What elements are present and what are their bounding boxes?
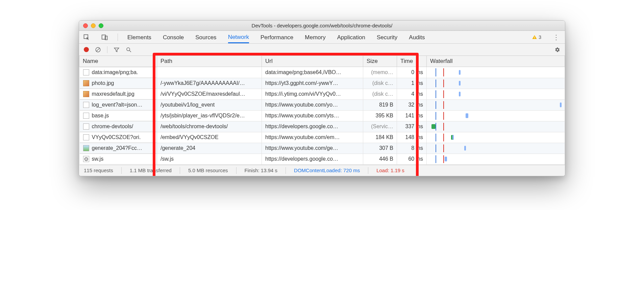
clear-icon[interactable] — [95, 47, 101, 53]
request-size: 819 B — [363, 99, 397, 110]
request-path: /-ywwYkaJ6E7g/AAAAAAAAAAI/… — [157, 78, 262, 89]
status-resources: 5.0 MB resources — [188, 167, 228, 173]
network-row[interactable]: photo.jpg/-ywwYkaJ6E7g/AAAAAAAAAAI/…http… — [79, 78, 565, 89]
svg-rect-4 — [535, 38, 535, 38]
separator — [107, 46, 107, 53]
network-row[interactable]: chrome-devtools//web/tools/chrome-devtoo… — [79, 121, 565, 132]
tab-sources[interactable]: Sources — [195, 31, 216, 43]
panel-tabs: Elements Console Sources Network Perform… — [79, 31, 565, 44]
request-time: 60 ms — [397, 154, 427, 164]
tab-audits[interactable]: Audits — [409, 31, 425, 43]
request-size: 395 KB — [363, 110, 397, 121]
request-time: 32 ms — [397, 99, 427, 110]
col-time[interactable]: Time — [397, 56, 427, 67]
request-path: /generate_204 — [157, 143, 262, 154]
traffic-lights — [83, 23, 103, 28]
request-size: (Servic… — [363, 121, 397, 132]
col-url[interactable]: Url — [262, 56, 363, 67]
tab-performance[interactable]: Performance — [261, 31, 293, 43]
svg-rect-3 — [535, 37, 535, 38]
status-domcontentloaded: DOMContentLoaded: 720 ms — [294, 167, 360, 173]
request-time: 4 ms — [397, 89, 427, 99]
status-transferred: 1.1 MB transferred — [130, 167, 172, 173]
gear-icon: ⚙ — [83, 156, 89, 162]
network-row[interactable]: base.js/yts/jsbin/player_ias-vflVQDSr2/e… — [79, 110, 565, 121]
search-icon[interactable] — [126, 47, 132, 53]
col-path[interactable]: Path — [157, 56, 262, 67]
request-time: 0 ms — [397, 67, 427, 78]
issues-count: 3 — [539, 35, 541, 40]
network-row[interactable]: ⚙sw.js/sw.jshttps://developers.google.co… — [79, 154, 565, 164]
request-time: 1 ms — [397, 78, 427, 89]
network-row[interactable]: maxresdefault.jpg/vi/VYyQv0CSZOE/maxresd… — [79, 89, 565, 99]
network-row[interactable]: generate_204?Fcc…/generate_204https://ww… — [79, 143, 565, 154]
request-url: https://www.youtube.com/em… — [262, 132, 363, 143]
request-size: 184 KB — [363, 132, 397, 143]
issues-badge[interactable]: 3 — [532, 35, 541, 40]
request-time: 148 ms — [397, 132, 427, 143]
tab-elements[interactable]: Elements — [127, 31, 151, 43]
request-waterfall — [427, 67, 565, 78]
request-path: /embed/VYyQv0CSZOE — [157, 132, 262, 143]
zoom-icon[interactable] — [99, 23, 103, 28]
record-button[interactable] — [84, 47, 89, 52]
minimize-icon[interactable] — [91, 23, 96, 28]
img-icon — [83, 80, 89, 86]
request-name: VYyQv0CSZOE?ori. — [92, 134, 141, 140]
tab-application[interactable]: Application — [337, 31, 365, 43]
request-time: 337 ms — [397, 121, 427, 132]
request-size: (memo… — [363, 67, 397, 78]
request-path: /youtubei/v1/log_event — [157, 99, 262, 110]
request-name: base.js — [92, 113, 109, 119]
filter-icon[interactable] — [114, 47, 120, 53]
settings-gear-icon[interactable] — [554, 47, 560, 53]
status-load: Load: 1.19 s — [376, 167, 404, 173]
request-waterfall — [427, 89, 565, 99]
request-waterfall — [427, 154, 565, 164]
status-bar: 115 requests 1.1 MB transferred 5.0 MB r… — [79, 165, 565, 176]
file-icon — [83, 113, 89, 119]
network-row[interactable]: data:image/png;ba.data:image/png;base64,… — [79, 67, 565, 78]
col-name[interactable]: Name — [79, 56, 157, 67]
file-icon — [83, 69, 89, 75]
request-name: chrome-devtools/ — [92, 123, 133, 130]
tab-network[interactable]: Network — [228, 31, 249, 43]
request-url: https://www.youtube.com/yo… — [262, 99, 363, 110]
request-name: photo.jpg — [92, 80, 114, 86]
tab-memory[interactable]: Memory — [305, 31, 325, 43]
request-url: data:image/png;base64,iVBO… — [262, 67, 363, 78]
request-path: /sw.js — [157, 154, 262, 164]
svg-line-8 — [129, 50, 131, 52]
request-size: 307 B — [363, 143, 397, 154]
warning-icon — [532, 35, 537, 40]
request-path: /web/tools/chrome-devtools/ — [157, 121, 262, 132]
request-url: https://www.youtube.com/yts… — [262, 110, 363, 121]
img-icon — [83, 91, 89, 97]
device-toolbar-icon[interactable] — [101, 34, 108, 41]
request-time: 141 ms — [397, 110, 427, 121]
request-waterfall — [427, 78, 565, 89]
request-name: generate_204?Fcc… — [92, 145, 142, 151]
request-url: https://developers.google.co… — [262, 154, 363, 164]
file-icon — [83, 134, 89, 140]
network-table: Name Path Url Size Time Waterfall data:i… — [79, 56, 565, 165]
tab-console[interactable]: Console — [163, 31, 184, 43]
request-waterfall — [427, 143, 565, 154]
request-name: data:image/png;ba. — [92, 69, 138, 75]
col-size[interactable]: Size — [363, 56, 397, 67]
request-waterfall — [427, 132, 565, 143]
kebab-menu-icon[interactable]: ⋮ — [553, 33, 560, 41]
tab-security[interactable]: Security — [377, 31, 397, 43]
request-size: (disk c… — [363, 89, 397, 99]
close-icon[interactable] — [83, 23, 88, 28]
inspect-element-icon[interactable] — [83, 34, 90, 41]
img2-icon — [83, 145, 89, 151]
network-toolbar — [79, 44, 565, 56]
network-row[interactable]: log_event?alt=json…/youtubei/v1/log_even… — [79, 99, 565, 110]
request-waterfall — [427, 110, 565, 121]
network-row[interactable]: VYyQv0CSZOE?ori./embed/VYyQv0CSZOEhttps:… — [79, 132, 565, 143]
request-path: /yts/jsbin/player_ias-vflVQDSr2/e… — [157, 110, 262, 121]
request-name: log_event?alt=json… — [92, 102, 143, 108]
request-size: 446 B — [363, 154, 397, 164]
col-waterfall[interactable]: Waterfall — [427, 56, 565, 67]
